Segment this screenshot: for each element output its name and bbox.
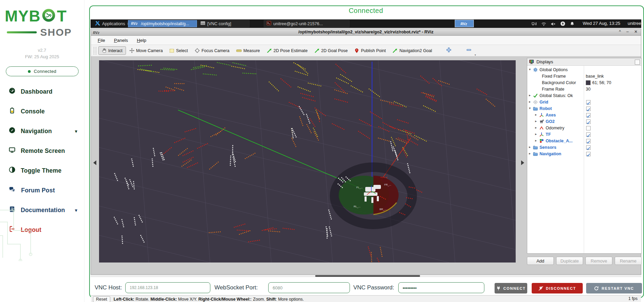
tool-focus-camera[interactable]: Focus Camera — [191, 46, 233, 55]
collapse-left-arrow-icon[interactable] — [93, 160, 96, 165]
taskbar-task-opt-mybotshop-install-g[interactable]: RVz/opt/mybotshop/install/g... — [128, 20, 197, 27]
expander-open-icon[interactable]: ▾ — [529, 106, 531, 110]
expander-closed-icon[interactable]: ▸ — [535, 113, 537, 116]
restart-vnc-button[interactable]: RESTART VNC — [586, 283, 642, 293]
display-row-sensors[interactable]: ▸Sensors — [527, 144, 641, 151]
tool-navigation2-goal[interactable]: Navigation2 Goal — [389, 47, 435, 55]
display-row-global-options[interactable]: ▾Global Options — [527, 67, 641, 73]
collapse-right-arrow-icon[interactable] — [521, 160, 524, 165]
display-checkbox[interactable] — [586, 145, 591, 150]
websocket-port-input[interactable] — [268, 282, 350, 293]
display-checkbox[interactable] — [586, 120, 591, 124]
sidebar-item-console[interactable]: Console — [0, 101, 84, 121]
applications-menu-button[interactable]: Applications≡ — [93, 20, 132, 27]
taskbar-task-unitree-go2-unit-21576[interactable]: unitree@go2-unit-21576... — [264, 20, 350, 27]
display-row-background-color[interactable]: Background Color61; 56; 70 — [527, 80, 641, 86]
display-checkbox[interactable] — [586, 152, 591, 156]
expander-open-icon[interactable]: ▾ — [529, 67, 531, 71]
taskbar-task-vnc-config[interactable]: [VNC config] — [198, 20, 249, 27]
display-checkbox[interactable] — [586, 107, 591, 111]
menu-file[interactable]: File — [98, 38, 105, 43]
vnc-host-input[interactable] — [125, 282, 210, 293]
x11-logo-icon — [95, 21, 100, 27]
help-segment: : Zoom. — [251, 297, 266, 302]
tool-select[interactable]: Select — [166, 47, 191, 55]
expander-closed-icon[interactable]: ▸ — [529, 145, 531, 149]
property-value[interactable]: 30 — [586, 87, 591, 92]
vnc-password-input[interactable] — [398, 282, 484, 293]
expander-closed-icon[interactable]: ▸ — [529, 93, 531, 97]
menu-help[interactable]: Help — [137, 38, 146, 43]
sidebar-item-remote-screen[interactable]: Remote Screen — [0, 141, 84, 161]
power-manager-icon[interactable] — [560, 21, 565, 28]
sidebar-item-navigation[interactable]: Navigation▾ — [0, 121, 84, 141]
display-row-tf[interactable]: ▸TF — [527, 131, 641, 138]
refresh-icon — [594, 286, 599, 291]
expander-closed-icon[interactable]: ▸ — [529, 152, 531, 155]
taskbar-user[interactable]: unitree — [628, 21, 641, 26]
display-checkbox[interactable] — [586, 126, 591, 130]
tool-publish-point[interactable]: Publish Point — [351, 47, 389, 55]
disconnect-button[interactable]: DISCONNECT — [532, 283, 583, 293]
scrollbar-thumb[interactable] — [315, 275, 420, 277]
minimize-window-button[interactable]: – — [626, 29, 629, 34]
display-name: Navigation — [540, 152, 561, 156]
display-checkbox[interactable] — [586, 139, 591, 143]
add-display-button[interactable]: Add — [527, 257, 554, 265]
display-row-global-status-ok[interactable]: ▸Global Status: Ok — [527, 93, 641, 99]
tool-2d-pose-estimate[interactable]: 2D Pose Estimate — [263, 47, 311, 55]
svg-text:RL_...: RL_... — [354, 205, 360, 208]
displays-panel-header[interactable]: Displays — [527, 58, 641, 66]
display-row-navigation[interactable]: ▸Navigation — [527, 151, 641, 157]
remove-tool-button[interactable]: ▾ — [464, 46, 473, 55]
display-row-fixed-frame[interactable]: Fixed Framebase_link — [527, 73, 641, 80]
tool-interact[interactable]: Interact — [98, 46, 126, 55]
display-row-odometry[interactable]: ▸Odometry — [527, 125, 641, 131]
expander-closed-icon[interactable]: ▸ — [535, 126, 537, 129]
rename-display-button[interactable]: Rename — [615, 257, 642, 265]
taskbar-clock[interactable]: Wed 27 Aug, 13:25 — [583, 21, 620, 26]
duplicate-display-button[interactable]: Duplicate — [556, 257, 583, 265]
volume-muted-icon[interactable] — [551, 21, 556, 28]
shade-window-button[interactable]: ^ — [619, 29, 621, 34]
rviz-3d-viewport[interactable]: FL_...FR_...RL_...BR_... — [99, 60, 516, 263]
close-window-button[interactable]: ✕ — [634, 29, 638, 34]
reset-button[interactable]: Reset — [93, 296, 110, 302]
chat-icon — [9, 186, 16, 194]
sidebar-item-dashboard[interactable]: Dashboard — [0, 82, 84, 101]
tool-move-camera[interactable]: Move Camera — [126, 46, 166, 55]
panel-float-button[interactable] — [635, 60, 640, 65]
network-icon[interactable] — [532, 21, 537, 28]
display-row-robot[interactable]: ▾Robot — [527, 106, 641, 112]
display-checkbox[interactable] — [586, 132, 591, 137]
display-row-grid[interactable]: ▸Grid — [527, 99, 641, 106]
add-tool-button[interactable] — [444, 46, 453, 55]
tool-2d-goal-pose[interactable]: 2D Goal Pose — [311, 47, 351, 55]
wifi-icon[interactable] — [541, 21, 546, 28]
tool-measure[interactable]: Measure — [233, 47, 263, 55]
connection-status-pill[interactable]: Connected — [6, 66, 79, 76]
notifications-bell-icon[interactable] — [570, 21, 575, 28]
expander-closed-icon[interactable]: ▸ — [535, 139, 537, 142]
display-row-axes[interactable]: ▸Axes — [527, 112, 641, 118]
sidebar-item-toggle-theme[interactable]: Toggle Theme — [0, 161, 84, 180]
connect-button[interactable]: CONNECT — [495, 283, 527, 293]
workspace-switcher-rviz[interactable]: RVz — [455, 20, 474, 27]
svg-text:BR_...: BR_... — [380, 208, 387, 211]
expander-closed-icon[interactable]: ▸ — [535, 132, 537, 136]
expander-closed-icon[interactable]: ▸ — [529, 100, 531, 104]
sidebar-item-forum-post[interactable]: Forum Post — [0, 180, 84, 200]
property-value[interactable]: 61; 56; 70 — [586, 80, 611, 85]
display-checkbox[interactable] — [586, 100, 591, 105]
remove-display-button[interactable]: Remove — [585, 257, 612, 265]
menu-panels[interactable]: Panels — [114, 38, 128, 43]
property-value[interactable]: base_link — [586, 74, 604, 79]
display-row-obstacle-a[interactable]: ▸Obstacle_A... — [527, 138, 641, 144]
rviz-titlebar[interactable]: RVz /opt/mybotshop/install/go2_viz/share… — [91, 29, 641, 36]
button-label: DISCONNECT — [546, 286, 576, 290]
toolbar-drag-handle[interactable] — [94, 47, 96, 54]
display-row-frame-rate[interactable]: Frame Rate30 — [527, 86, 641, 93]
display-checkbox[interactable] — [586, 113, 591, 117]
display-row-go2[interactable]: ▸GO2 — [527, 118, 641, 125]
expander-closed-icon[interactable]: ▸ — [535, 119, 537, 123]
